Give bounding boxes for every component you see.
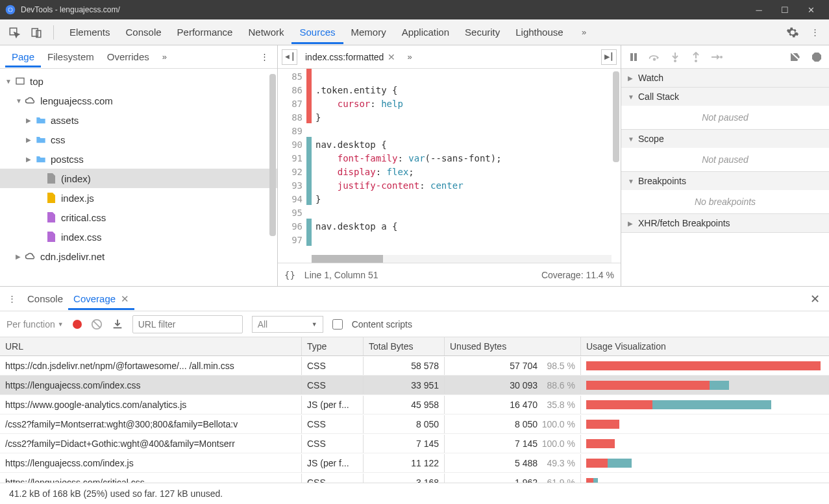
cell-total: 45 958: [364, 396, 445, 414]
section-header[interactable]: ▶Watch: [621, 69, 829, 87]
subtab-filesystem[interactable]: Filesystem: [41, 46, 101, 67]
close-button[interactable]: ✕: [798, 0, 824, 19]
step-over-icon[interactable]: [647, 50, 662, 64]
drawer-menu-icon[interactable]: ⋮: [5, 294, 18, 304]
more-tabs-icon[interactable]: »: [575, 23, 593, 42]
kebab-menu-icon[interactable]: ⋮: [806, 23, 824, 42]
tab-security[interactable]: Security: [457, 20, 508, 44]
section-header[interactable]: ▼Breakpoints: [621, 172, 829, 190]
code-hscrollbar[interactable]: [312, 255, 612, 263]
close-icon[interactable]: ✕: [388, 52, 395, 62]
tree-folder[interactable]: ▶assets: [0, 110, 277, 130]
tree-folder[interactable]: ▶css: [0, 130, 277, 149]
export-icon[interactable]: [112, 318, 123, 330]
pause-icon[interactable]: [626, 50, 641, 64]
code-vscrollbar[interactable]: [613, 71, 619, 162]
editor-tab[interactable]: index.css:formatted ✕: [301, 49, 399, 65]
cell-url: https://lenguajecss.com/critical.css: [0, 474, 302, 484]
drawer-tab-console[interactable]: Console: [22, 288, 68, 310]
close-icon[interactable]: ✕: [121, 293, 129, 304]
table-row[interactable]: https://cdn.jsdelivr.net/npm/@fortawesom…: [0, 356, 829, 376]
cell-viz: [581, 416, 829, 433]
coverage-table: URL Type Total Bytes Unused Bytes Usage …: [0, 337, 829, 483]
col-viz[interactable]: Usage Visualization: [581, 337, 829, 355]
code-editor[interactable]: 85868788899091929394959697 .token.entity…: [278, 69, 621, 263]
col-unused[interactable]: Unused Bytes: [445, 337, 581, 355]
tree-file[interactable]: index.js: [0, 188, 277, 208]
maximize-button[interactable]: ☐: [772, 0, 798, 19]
nav-back-icon[interactable]: ◄┃: [282, 49, 297, 65]
table-row[interactable]: https://lenguajecss.com/index.jsJS (per …: [0, 453, 829, 473]
content-scripts-checkbox[interactable]: [332, 319, 343, 330]
step-out-icon[interactable]: [689, 50, 703, 64]
url-filter-input[interactable]: [132, 315, 243, 333]
tab-network[interactable]: Network: [240, 20, 291, 44]
tree-folder[interactable]: ▶postcss: [0, 149, 277, 169]
table-row[interactable]: https://lenguajecss.com/index.cssCSS33 9…: [0, 376, 829, 395]
nav-forward-icon[interactable]: ▶┃: [601, 49, 617, 65]
tab-memory[interactable]: Memory: [343, 20, 394, 44]
cell-unused: 8 050100.0 %: [445, 415, 581, 433]
inspect-icon[interactable]: [5, 23, 23, 42]
tree-domain[interactable]: ▼ lenguajecss.com: [0, 91, 277, 110]
pretty-print-icon[interactable]: {}: [284, 270, 295, 280]
coverage-granularity-select[interactable]: Per function ▼: [6, 319, 64, 330]
line-numbers: 85868788899091929394959697: [278, 69, 306, 263]
block-icon[interactable]: [91, 318, 103, 330]
cell-viz: [581, 377, 829, 394]
cell-unused: 7 145100.0 %: [445, 435, 581, 453]
record-button[interactable]: [73, 320, 82, 329]
tree-label: critical.css: [61, 212, 106, 223]
svg-point-10: [674, 60, 676, 62]
navigator-menu-icon[interactable]: ⋮: [256, 52, 272, 62]
tree-label: index.css: [61, 232, 102, 243]
table-row[interactable]: /css2?family=Montserrat:wght@300;800&fam…: [0, 414, 829, 434]
svg-rect-8: [634, 53, 637, 61]
device-toggle-icon[interactable]: [27, 23, 45, 42]
tree-cdn[interactable]: ▶ cdn.jsdelivr.net: [0, 246, 277, 266]
checkbox-label: Content scripts: [352, 319, 412, 330]
tree-file[interactable]: index.css: [0, 227, 277, 246]
tree-file[interactable]: critical.css: [0, 208, 277, 227]
table-row[interactable]: https://lenguajecss.com/critical.cssCSS3…: [0, 473, 829, 483]
tree-scrollbar[interactable]: [269, 74, 276, 236]
section-header[interactable]: ▶XHR/fetch Breakpoints: [621, 214, 829, 232]
minimize-button[interactable]: ─: [746, 0, 772, 19]
navigator-tabs: PageFilesystemOverrides » ⋮: [0, 45, 277, 69]
deactivate-breakpoints-icon[interactable]: [789, 50, 803, 64]
file-tree[interactable]: ▼ top ▼ lenguajecss.com ▶assets▶css▶post…: [0, 69, 277, 286]
step-icon[interactable]: [710, 50, 724, 64]
more-subtabs-icon[interactable]: »: [158, 52, 171, 62]
code-lines[interactable]: .token.entity { cursor: help} nav.deskto…: [312, 69, 621, 263]
table-row[interactable]: https://www.google-analytics.com/analyti…: [0, 395, 829, 414]
table-header[interactable]: URL Type Total Bytes Unused Bytes Usage …: [0, 337, 829, 356]
col-type[interactable]: Type: [302, 337, 364, 355]
drawer-tab-coverage[interactable]: Coverage ✕: [68, 288, 134, 310]
tree-file[interactable]: (index): [0, 169, 277, 188]
col-url[interactable]: URL: [0, 337, 302, 355]
tab-elements[interactable]: Elements: [62, 20, 118, 44]
cell-unused: 5 48849.3 %: [445, 454, 581, 472]
tree-top[interactable]: ▼ top: [0, 71, 277, 91]
tab-lighthouse[interactable]: Lighthouse: [508, 20, 571, 44]
pause-on-exceptions-icon[interactable]: [810, 50, 824, 64]
tab-sources[interactable]: Sources: [291, 20, 343, 44]
section-xhr-fetch-breakpoints: ▶XHR/fetch Breakpoints: [621, 214, 829, 233]
tab-application[interactable]: Application: [394, 20, 457, 44]
settings-icon[interactable]: [784, 23, 802, 42]
step-into-icon[interactable]: [668, 50, 682, 64]
editor-panel: ◄┃ index.css:formatted ✕ » ▶┃ 8586878889…: [278, 45, 621, 286]
table-row[interactable]: /css2?family=Didact+Gothic:wght@400&fami…: [0, 434, 829, 453]
drawer-close-icon[interactable]: ✕: [806, 292, 824, 306]
cell-url: https://lenguajecss.com/index.css: [0, 376, 302, 394]
cell-url: /css2?family=Didact+Gothic:wght@400&fami…: [0, 435, 302, 453]
section-header[interactable]: ▼Call Stack: [621, 88, 829, 106]
tab-performance[interactable]: Performance: [169, 20, 241, 44]
tab-console[interactable]: Console: [118, 20, 169, 44]
subtab-overrides[interactable]: Overrides: [101, 46, 156, 67]
more-editor-tabs-icon[interactable]: »: [403, 52, 415, 62]
col-total[interactable]: Total Bytes: [364, 337, 445, 355]
section-header[interactable]: ▼Scope: [621, 130, 829, 148]
subtab-page[interactable]: Page: [5, 46, 41, 67]
type-filter-select[interactable]: All ▼: [252, 316, 323, 333]
